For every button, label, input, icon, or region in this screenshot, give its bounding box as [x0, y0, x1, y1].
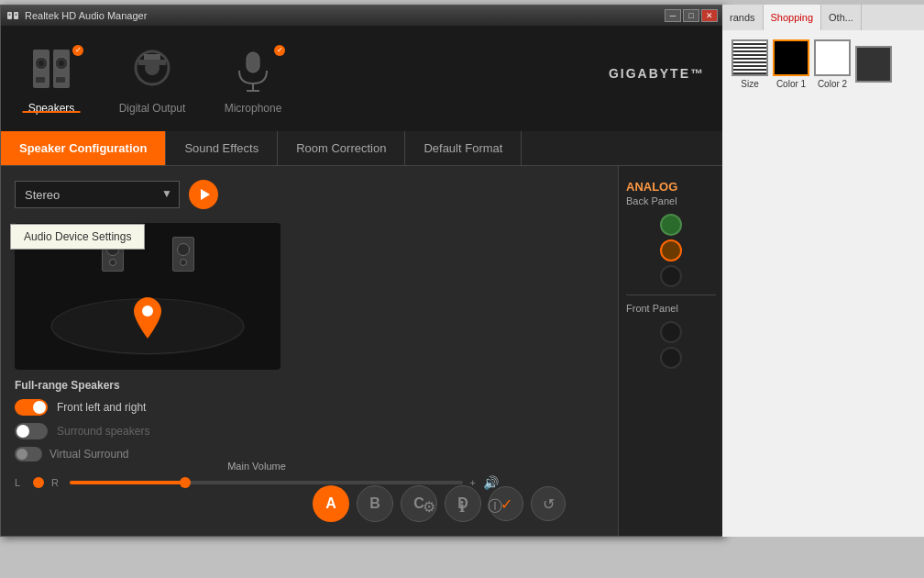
digital-output-icon — [129, 43, 175, 98]
back-panel-label: Back Panel — [626, 195, 716, 206]
play-icon — [201, 189, 210, 200]
color2-swatch: Color 2 — [814, 39, 851, 89]
title-bar: Realtek HD Audio Manager ─ □ ✕ — [1, 6, 723, 26]
analog-section: ANALOG Back Panel Front Panel — [626, 175, 716, 377]
virtual-surround-row: Virtual Surround — [15, 447, 604, 461]
volume-l: L — [15, 477, 26, 488]
left-panel: Stereo Quadraphonic 5.1 Surround 7.1 Sur… — [1, 166, 618, 536]
surround-toggle[interactable] — [15, 423, 48, 439]
audio-device-settings-popup: Audio Device Settings — [10, 224, 145, 250]
minimize-button[interactable]: ─ — [665, 9, 681, 22]
color1-swatch: Color 1 — [773, 39, 809, 89]
color3-swatch-box[interactable] — [855, 46, 892, 83]
help-icon[interactable]: Ⓘ — [482, 494, 508, 519]
front-toggle-knob — [33, 401, 46, 414]
bottom-icons: ⚙ ℹ Ⓘ — [416, 494, 508, 519]
app-icon — [6, 9, 19, 22]
location-pin — [134, 297, 161, 342]
color1-swatch-box[interactable] — [773, 39, 809, 76]
virtual-surround-toggle[interactable] — [15, 447, 42, 461]
select-wrapper: Stereo Quadraphonic 5.1 Surround 7.1 Sur… — [15, 181, 180, 208]
back-port-2[interactable] — [660, 239, 682, 261]
volume-knob[interactable] — [180, 477, 191, 488]
front-panel-label: Front Panel — [626, 303, 716, 314]
browser-tab-shopping[interactable]: Shopping — [764, 5, 822, 30]
svg-rect-14 — [247, 52, 259, 72]
volume-r: R — [51, 477, 62, 488]
browser-tab-brands[interactable]: rands — [722, 5, 764, 30]
front-toggle-row: Front left and right — [15, 399, 604, 416]
full-range-section: Full-range Speakers Front left and right… — [15, 379, 604, 439]
tab-bar: Speaker Configuration Sound Effects Room… — [1, 131, 723, 166]
main-content: Stereo Quadraphonic 5.1 Surround 7.1 Sur… — [1, 166, 723, 536]
speaker-right — [172, 237, 194, 272]
header-tabs: Speakers Digital Output — [10, 43, 294, 115]
main-window: Realtek HD Audio Manager ─ □ ✕ — [0, 5, 724, 537]
tab-sound-effects[interactable]: Sound Effects — [166, 131, 278, 165]
full-range-title: Full-range Speakers — [15, 379, 604, 392]
surround-toggle-row: Surround speakers — [15, 423, 604, 439]
svg-point-17 — [142, 306, 153, 317]
header: Speakers Digital Output — [1, 26, 723, 131]
front-port-1[interactable] — [660, 321, 682, 343]
refresh-button[interactable]: ↺ — [531, 486, 566, 521]
size-swatch: Size — [732, 39, 768, 89]
back-port-1[interactable] — [660, 214, 682, 236]
microphone-tab-label: Microphone — [225, 102, 282, 115]
tab-default-format[interactable]: Default Format — [405, 131, 522, 165]
size-swatch-box[interactable] — [732, 39, 768, 76]
analog-title: ANALOG — [626, 180, 716, 194]
close-button[interactable]: ✕ — [701, 9, 718, 22]
play-button[interactable] — [189, 180, 218, 209]
color1-label: Color 1 — [776, 79, 806, 89]
volume-left-dot — [33, 477, 44, 488]
info-circle-icon[interactable]: ℹ — [449, 494, 475, 519]
back-port-3[interactable] — [660, 265, 682, 287]
title-text: Realtek HD Audio Manager — [25, 10, 147, 21]
maximize-button[interactable]: □ — [683, 9, 699, 22]
header-tab-digital-output[interactable]: Digital Output — [111, 43, 193, 115]
gigabyte-logo: GIGABYTE™ — [609, 64, 705, 93]
title-bar-controls: ─ □ ✕ — [665, 9, 718, 22]
front-port-2[interactable] — [660, 347, 682, 369]
color3-swatch — [855, 46, 892, 83]
speakers-icon — [28, 43, 74, 98]
tab-speaker-configuration[interactable]: Speaker Configuration — [1, 131, 166, 165]
size-label: Size — [741, 79, 758, 89]
brand-tm: ™ — [690, 65, 705, 80]
preset-a-button[interactable]: A — [313, 485, 349, 522]
title-bar-left: Realtek HD Audio Manager — [6, 9, 147, 22]
volume-fill — [70, 481, 188, 484]
speaker-mode-select[interactable]: Stereo Quadraphonic 5.1 Surround 7.1 Sur… — [15, 181, 180, 208]
microphone-icon — [230, 43, 276, 98]
volume-slider[interactable] — [70, 481, 463, 484]
settings-gear-icon[interactable]: ⚙ — [416, 494, 442, 519]
surround-toggle-label: Surround speakers — [57, 425, 149, 438]
browser-tabs: rands Shopping Oth... — [722, 5, 924, 30]
speakers-check-dot — [72, 45, 83, 56]
color2-swatch-box[interactable] — [814, 39, 851, 76]
digital-output-tab-label: Digital Output — [119, 102, 186, 115]
tab-room-correction[interactable]: Room Correction — [278, 131, 405, 165]
header-tab-microphone[interactable]: Microphone — [212, 43, 294, 115]
color-panel: Size Color 1 Color 2 — [722, 30, 924, 107]
surround-toggle-knob — [16, 425, 29, 438]
right-panel: ANALOG Back Panel Front Panel Audio Devi… — [618, 166, 723, 536]
virtual-surround-knob — [16, 449, 28, 460]
front-toggle-label: Front left and right — [57, 401, 146, 414]
preset-b-button[interactable]: B — [357, 485, 393, 522]
browser-tab-other[interactable]: Oth... — [821, 5, 862, 30]
svg-rect-10 — [36, 77, 45, 83]
svg-point-9 — [59, 61, 64, 66]
speaker-select-row: Stereo Quadraphonic 5.1 Surround 7.1 Sur… — [15, 180, 604, 209]
header-tab-speakers[interactable]: Speakers — [10, 43, 93, 115]
svg-point-3 — [16, 14, 17, 16]
front-toggle[interactable] — [15, 399, 48, 416]
brand-name: GIGABYTE — [609, 65, 690, 80]
svg-point-7 — [38, 61, 44, 66]
svg-rect-11 — [56, 77, 65, 83]
microphone-check-dot — [274, 45, 285, 56]
svg-point-2 — [9, 14, 11, 16]
color-options-row: Size Color 1 Color 2 — [732, 39, 915, 89]
color2-label: Color 2 — [818, 79, 847, 89]
